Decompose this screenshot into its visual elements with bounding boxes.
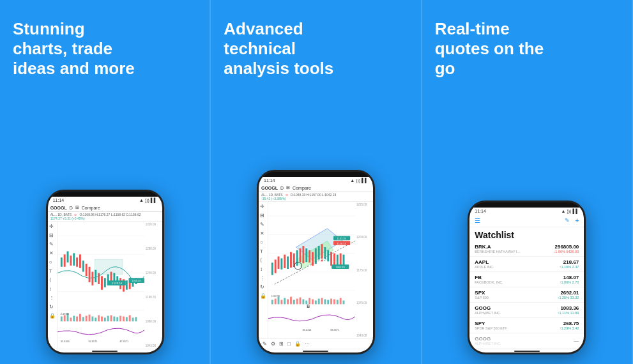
svg-rect-15 [91,272,93,285]
compare-icon-2[interactable]: ⊞ [286,185,290,190]
svg-rect-14 [88,267,90,282]
svg-rect-77 [287,257,289,269]
phone-2: 11:14 ▲ ))) ▌▌ GOOGL D ⊞ Compare AL... 1… [257,170,375,354]
stock-info-spx: SPX S&P 500 [475,290,489,300]
svg-text:47.8571: 47.8571 [119,340,128,343]
svg-rect-90 [327,250,329,261]
svg-rect-36 [63,315,65,322]
stock-row-fb[interactable]: FB FACEBOOK, INC. 148.07 ↑1.86% 2.70 [469,272,584,287]
tool2-pencil[interactable]: ✎ [260,222,266,227]
svg-rect-105 [275,299,277,305]
svg-rect-46 [95,317,96,321]
svg-rect-45 [91,317,93,322]
chart-canvas-1: 1120.54 1059.39 [57,222,144,349]
svg-rect-42 [82,317,84,321]
status-icons-1: ▲ ))) ▌▌ [139,198,157,202]
stock-row-brka[interactable]: BRK.A BERKSHIRE HATHAWAY I... 296805.00 … [469,241,584,257]
stock-price-aapl: 218.67 ↑1.10% 2.37 [560,259,579,269]
svg-text:B: B [307,304,310,308]
chart-svg-2: 1133.38 1118.14 1062.39 [268,202,355,336]
svg-rect-41 [79,314,81,322]
stock-price-spy: 268.75 ↑1.29% 3.42 [560,321,579,330]
tool-lock[interactable]: 🔒 [49,313,56,319]
svg-rect-75 [280,258,282,269]
stock-price-spx: 2692.01 ↑1.25% 33.32 [558,290,579,300]
tool2-lock[interactable]: 🔒 [260,293,266,299]
tool2-more[interactable]: ⋮ [260,275,266,281]
svg-rect-123 [330,299,332,305]
svg-text:1.657M: 1.657M [271,294,280,298]
chart-body-2: ✛ ⊟ ✎ ✕ ○ T ⟨ ↕ ⋮ ↻ 🔒 [259,202,373,338]
tool2-crosshair[interactable]: ✛ [260,204,266,209]
bottom-tool-pencil[interactable]: ✎ [263,341,267,347]
price-labels-right-1: 1320.00 1280.00 1240.00 1198.76 1080.00 … [144,222,162,349]
tool-pencil[interactable]: ✎ [49,241,56,247]
watchlist-menu-icon[interactable]: ☰ [475,217,480,224]
status-icons-2: ▲ ))) ▌▌ [350,178,368,183]
tool-x[interactable]: ✕ [49,250,56,256]
svg-rect-43 [85,316,87,322]
svg-rect-11 [79,254,81,268]
stock-row-spx[interactable]: SPX S&P 500 2692.01 ↑1.25% 33.32 [469,287,584,303]
bottom-tool-square[interactable]: □ [287,341,291,347]
svg-rect-81 [300,248,301,262]
bottom-tool-settings[interactable]: ⚙ [271,341,275,347]
tool2-expand[interactable]: ↕ [260,266,266,272]
phone-notch-3 [508,202,546,208]
stock-price-more: — [574,338,579,344]
svg-rect-124 [333,300,335,305]
bottom-tool-grid[interactable]: ⊞ [279,341,284,347]
svg-text:92.8571: 92.8571 [88,340,97,343]
svg-rect-111 [293,300,295,305]
svg-rect-40 [76,317,78,322]
status-icons-3: ▲ ))) ▌▌ [561,209,579,213]
stock-info-brka: BRK.A BERKSHIRE HATHAWAY I... [475,244,520,254]
tool-text[interactable]: T [49,268,56,274]
tool-undo[interactable]: ↻ [49,304,56,310]
phone-1: 11:14 ▲ ))) ▌▌ GOOGL D ⊞ Compare AL... 1… [46,190,164,354]
svg-rect-72 [271,262,273,275]
tool2-circle[interactable]: ○ [260,239,266,245]
chart-info-1: AL... 1D, BATS ⊙ O:1168.96 H:1176.27 L:1… [48,212,162,222]
tool-more[interactable]: ⋮ [49,295,56,301]
svg-rect-47 [98,315,100,322]
tool-expand[interactable]: ↕ [49,286,56,292]
svg-rect-121 [324,300,326,305]
tool-circle[interactable]: ○ [49,259,56,265]
tool2-arrow[interactable]: ⟨ [260,257,266,263]
compare-label-2[interactable]: Compare [293,186,311,190]
tool-arrow[interactable]: ⟨ [49,277,56,283]
ticker-label-1[interactable]: GOOGL [50,206,67,210]
svg-rect-112 [296,299,298,305]
svg-rect-127 [343,301,345,305]
tool2-x[interactable]: ✕ [260,231,266,236]
bottom-tool-dots[interactable]: ⋯ [305,341,310,347]
chart-screen-1: 11:14 ▲ ))) ▌▌ GOOGL D ⊞ Compare AL... 1… [48,197,162,349]
timeframe-label-1[interactable]: D [70,206,73,210]
svg-rect-48 [101,317,103,322]
compare-icon-1[interactable]: ⊞ [75,205,79,210]
tool2-undo[interactable]: ↻ [260,284,266,290]
tool2-text[interactable]: T [260,248,266,254]
compare-label-1[interactable]: Compare [82,206,100,210]
ticker-label-2[interactable]: GOOGL [261,186,278,190]
watchlist-add-icon[interactable]: + [575,217,579,224]
stock-row-goog[interactable]: GOOG ALPHABET INC. 1083.36 ↑1.11% 11.89 [469,303,584,318]
bottom-tool-lock[interactable]: 🔒 [294,341,301,347]
tool-crosshair[interactable]: ✛ [49,224,56,229]
svg-rect-87 [318,246,320,259]
timeframe-label-2[interactable]: D [280,186,284,190]
svg-rect-32 [95,259,123,275]
panel-2-title: Advancedtechnicalanalysis tools [224,19,333,79]
svg-text:2.469M: 2.469M [61,312,69,315]
tool-line[interactable]: ⊟ [49,232,56,238]
svg-rect-110 [290,297,292,305]
watchlist-title: Watchlist [469,227,584,241]
svg-rect-49 [104,317,106,321]
stock-row-spy[interactable]: SPY SPDR S&P 500 ETF 268.75 ↑1.29% 3.42 [469,318,584,333]
stock-row-aapl[interactable]: AAPL APPLE INC. 218.67 ↑1.10% 2.37 [469,257,584,272]
svg-rect-113 [300,298,301,305]
tool2-line[interactable]: ⊟ [260,213,266,218]
watchlist-edit-icon[interactable]: ✎ [565,217,570,224]
watchlist-screen: 11:14 ▲ ))) ▌▌ ☰ ✎ + Watchlist BRK.A [469,208,584,349]
